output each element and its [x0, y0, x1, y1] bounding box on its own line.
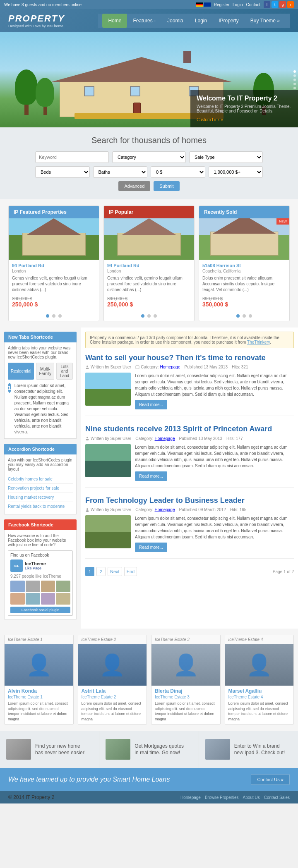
facebook-like-button[interactable]: Facebook social plugin — [10, 607, 70, 613]
page-1-btn[interactable]: 1 — [85, 567, 94, 576]
nav-item-iproperty[interactable]: IProperty — [213, 14, 245, 28]
dot-2-3[interactable] — [154, 314, 157, 318]
prop-house-img-2 — [104, 218, 194, 260]
login-link[interactable]: Login — [233, 2, 243, 7]
tab-lots[interactable]: Lots and Land — [56, 363, 73, 380]
fb-thumb-8 — [56, 593, 70, 605]
team-card-4-header: IceTheme Estate 4 — [225, 635, 294, 644]
banner-text-2: Get Mortgages quotes in real time. Go no… — [135, 743, 184, 757]
article-3-body: Lorem ipsum dolor sit amet, consectetur … — [85, 515, 294, 552]
search-row-2: Beds Baths 0 $ 1,000,000 $+ — [35, 166, 263, 178]
fb-thumb-3 — [41, 581, 55, 592]
svg-point-1 — [86, 368, 89, 369]
accordion-intro: Also with our IceShortCodes plugin you m… — [8, 458, 73, 471]
article-2-readmore[interactable]: Read more... — [135, 471, 167, 481]
article-3-cat-link[interactable]: Homepage — [155, 507, 175, 512]
sidebar: New Tabs Shortcode Adding tabs into your… — [0, 328, 81, 629]
category-select[interactable]: Category — [112, 151, 186, 163]
baths-select[interactable]: Baths — [93, 166, 148, 178]
nav-item-features[interactable]: Features - — [127, 14, 161, 28]
nav-link-login[interactable]: Login — [189, 14, 213, 28]
svg-point-5 — [87, 508, 88, 510]
fb-thumb-5 — [10, 593, 25, 605]
price-max-select[interactable]: 1,000,000 $+ — [209, 166, 263, 178]
hero-link[interactable]: Custom Link » — [197, 117, 223, 122]
facebook-icon[interactable]: f — [264, 1, 270, 8]
property-address-3[interactable]: 51508 Harrison St — [202, 263, 286, 268]
footer-link-about[interactable]: About Us — [243, 795, 260, 800]
submit-button[interactable]: Submit — [154, 181, 179, 191]
accordion-item-2[interactable]: Renovation projects for sale — [8, 484, 73, 493]
team-photo-1: 👤 — [5, 644, 73, 686]
dot-2-1[interactable] — [141, 314, 144, 318]
page-end-btn[interactable]: End — [124, 567, 137, 576]
page-next-btn[interactable]: Next — [108, 567, 122, 576]
article-1-cat-link[interactable]: Homepage — [160, 365, 180, 369]
nav-link-buytheme[interactable]: Buy Theme » — [245, 14, 286, 28]
team-info-4: Marsel Agalliu IceTheme Estate 4 Lorem i… — [225, 686, 294, 724]
price-min-select[interactable]: 0 $ — [151, 166, 205, 178]
nav-link-iproperty[interactable]: IProperty — [213, 14, 245, 28]
dot-1-3[interactable] — [58, 314, 62, 318]
banner-1: Find your new home has never been easier… — [0, 731, 99, 768]
accordion-item-1[interactable]: Celebrity homes for sale — [8, 475, 73, 484]
keyword-input[interactable] — [35, 151, 109, 163]
page-2-btn[interactable]: 2 — [96, 567, 106, 576]
article-2-title[interactable]: Nine students receive 2013 Spirit of Pri… — [85, 424, 294, 434]
accordion-item-3[interactable]: Housing market recovery — [8, 493, 73, 502]
dot-3-1[interactable] — [236, 314, 240, 318]
nav-link-home[interactable]: Home — [102, 14, 127, 28]
team-role-4: IceTheme Estate 4 — [228, 695, 291, 699]
article-3-title[interactable]: From Technology Leader to Business Leade… — [85, 496, 294, 505]
dot-1-1[interactable] — [46, 314, 49, 318]
tab-multifamily[interactable]: Multi-Family — [36, 363, 54, 380]
property-image-1 — [9, 218, 99, 260]
nav-item-home[interactable]: Home — [102, 14, 127, 28]
property-image-3: NEW — [199, 218, 289, 260]
advanced-button[interactable]: Advanced — [118, 181, 150, 191]
notice-link[interactable]: TheThinkery — [247, 340, 270, 344]
beds-select[interactable]: Beds — [35, 166, 90, 178]
search-row-1: Category Sale Type — [35, 151, 263, 163]
footer-link-contact[interactable]: Contact Sales — [264, 795, 290, 800]
flag-de-icon[interactable] — [196, 2, 203, 7]
article-2-cat-link[interactable]: Homepage — [155, 436, 175, 441]
side-dot-3 — [293, 79, 296, 81]
rss-icon[interactable]: r — [287, 1, 294, 8]
tree-top2 — [36, 78, 54, 107]
tab-residential[interactable]: Residential — [8, 363, 34, 380]
flag-uk-icon[interactable] — [204, 2, 211, 7]
article-1-readmore[interactable]: Read more... — [135, 400, 167, 409]
social-icons: f t g r — [264, 1, 294, 8]
article-2-meta: Written by Super User Category: Homepage… — [85, 436, 294, 441]
twitter-icon[interactable]: t — [272, 1, 278, 8]
nav-link-features[interactable]: Features - — [127, 14, 161, 28]
dot-3-2[interactable] — [243, 314, 246, 318]
accordion-item-4[interactable]: Rental yields back to moderate — [8, 502, 73, 511]
nav-item-login[interactable]: Login — [189, 14, 213, 28]
googleplus-icon[interactable]: g — [279, 1, 286, 8]
register-link[interactable]: Register — [214, 2, 229, 7]
logo-title: PROPERTY — [8, 13, 65, 24]
contact-link[interactable]: Contact — [246, 2, 260, 7]
sale-type-select[interactable]: Sale Type — [189, 151, 263, 163]
prop-house-roof-3 — [213, 218, 276, 234]
dot-3-3[interactable] — [249, 314, 252, 318]
article-3-readmore[interactable]: Read more... — [135, 543, 167, 552]
property-address-2[interactable]: 94 Portland Rd — [107, 263, 191, 268]
property-address-1[interactable]: 94 Portland Rd — [12, 263, 96, 268]
article-1-category: Category: Homepage — [135, 365, 180, 369]
footer-link-properties[interactable]: Browse Properties — [205, 795, 239, 800]
nav-item-buytheme[interactable]: Buy Theme » — [245, 14, 286, 28]
dot-2-2[interactable] — [147, 314, 151, 318]
footer-link-homepage[interactable]: Homepage — [180, 795, 201, 800]
dot-1-2[interactable] — [52, 314, 55, 318]
contact-us-button[interactable]: Contact Us » — [251, 774, 290, 785]
nav-link-joomla[interactable]: Joomla — [161, 14, 189, 28]
team-role-3: IceTheme Estate 3 — [155, 695, 217, 699]
property-price-new-1: 250,000 $ — [12, 301, 96, 308]
article-1-title[interactable]: Want to sell your house? Then it's time … — [85, 353, 294, 363]
top-bar-right: Register Login Contact f t g r — [196, 1, 294, 8]
svg-point-4 — [86, 439, 89, 440]
nav-item-joomla[interactable]: Joomla — [161, 14, 189, 28]
